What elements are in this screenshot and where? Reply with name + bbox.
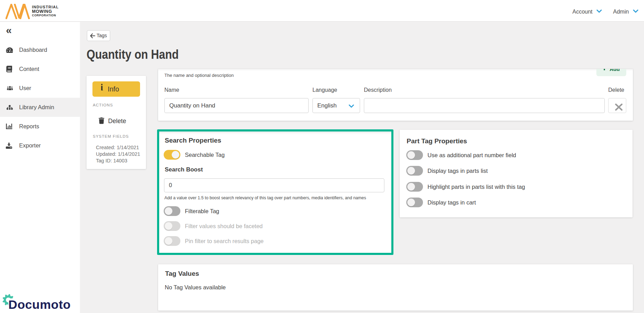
svg-text:Documoto: Documoto: [8, 298, 71, 312]
svg-text:i: i: [101, 83, 103, 92]
